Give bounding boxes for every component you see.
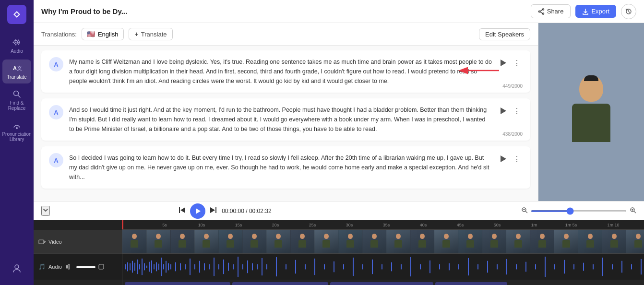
svg-rect-67 — [242, 264, 243, 270]
svg-rect-65 — [233, 264, 234, 270]
svg-rect-61 — [214, 258, 215, 276]
waveform-track — [122, 254, 644, 280]
subtitle-block-3[interactable]: So I decided I was going to learn how to… — [330, 282, 433, 285]
play-pause-button[interactable] — [190, 203, 205, 219]
sidebar-item-translate[interactable]: A 文 Translate — [2, 59, 31, 83]
svg-rect-44 — [151, 261, 152, 273]
topbar-actions: Share Export — [531, 4, 636, 19]
segment-play-2[interactable] — [498, 105, 509, 117]
share-label: Share — [547, 8, 564, 15]
sidebar-translate-label: Translate — [7, 74, 26, 80]
segment-content-1: My name is Cliff Weitzman and I love bei… — [69, 57, 492, 86]
svg-rect-97 — [506, 259, 507, 274]
sidebar-item-find[interactable]: Find & Replace — [2, 85, 31, 115]
svg-rect-102 — [554, 264, 555, 270]
sidebar-item-audio[interactable]: Audio — [2, 34, 31, 58]
svg-rect-35 — [130, 263, 131, 271]
subtitle-track: My name is Cliff Weitzman and I love bei… — [122, 280, 644, 285]
time-marker-1m: 1m — [531, 223, 537, 227]
film-frame — [194, 230, 218, 254]
segment-more-3[interactable]: ⋮ — [511, 153, 523, 165]
sidebar-item-pronunciation[interactable]: Pronunciation Library — [2, 117, 31, 146]
zoom-in-button[interactable] — [630, 207, 636, 215]
svg-rect-42 — [146, 266, 147, 268]
svg-line-25 — [634, 211, 636, 213]
sidebar-find-label: Find & Replace — [5, 100, 29, 111]
translate-label: Translate — [141, 31, 167, 38]
app-logo[interactable] — [7, 5, 26, 24]
history-button[interactable] — [621, 4, 636, 19]
segment-actions-2: ⋮ — [498, 105, 523, 117]
svg-rect-47 — [158, 264, 159, 270]
svg-rect-109 — [621, 261, 622, 273]
audio-volume-slider[interactable] — [76, 266, 95, 268]
film-frame — [554, 230, 578, 254]
skip-forward-button[interactable] — [209, 206, 218, 216]
export-button[interactable]: Export — [575, 5, 616, 18]
arrow-indicator — [458, 63, 501, 80]
svg-rect-111 — [641, 259, 642, 274]
segment-more-1[interactable]: ⋮ — [511, 57, 523, 69]
share-button[interactable]: Share — [531, 4, 571, 18]
transcript-panel: Translations: 🇺🇸 English + Translate Edi… — [34, 23, 538, 201]
svg-rect-45 — [154, 264, 155, 270]
timeline-content[interactable]: 5s 10s 15s 20s 25s 30s 35s 40s 45s 50s 1… — [122, 220, 644, 285]
subtitle-block-1[interactable]: My name is Cliff Weitzman and I love bei… — [125, 282, 230, 285]
language-selector[interactable]: 🇺🇸 English — [82, 28, 124, 40]
segment-content-3: So I decided I was going to learn how to… — [69, 153, 492, 182]
time-ruler: 5s 10s 15s 20s 25s 30s 35s 40s 45s 50s 1… — [122, 220, 644, 230]
svg-marker-16 — [501, 107, 506, 114]
segment-more-2[interactable]: ⋮ — [511, 105, 523, 117]
waveform-svg — [122, 254, 644, 280]
transport-controls: 00:00:00 / 00:02:32 — [178, 203, 271, 219]
svg-rect-105 — [583, 263, 584, 271]
film-frame — [146, 230, 170, 254]
svg-rect-68 — [247, 261, 248, 273]
svg-point-7 — [542, 9, 544, 10]
translate-button[interactable]: + Translate — [129, 28, 173, 40]
translation-toolbar: Translations: 🇺🇸 English + Translate Edi… — [34, 23, 538, 46]
speaker-avatar-1: A — [49, 57, 63, 71]
video-track-name: Video — [48, 239, 62, 245]
skip-back-button[interactable] — [178, 206, 186, 216]
person-head — [579, 75, 603, 102]
collapse-button[interactable] — [41, 206, 50, 216]
svg-rect-69 — [252, 263, 253, 271]
segment-play-3[interactable] — [498, 153, 509, 165]
svg-rect-82 — [362, 264, 363, 270]
svg-rect-33 — [125, 264, 126, 270]
main-area: Why I'm Proud to be Dy... Share Export — [34, 0, 644, 285]
timeline-tracks: Video 🎵 Audio — [34, 220, 644, 285]
svg-rect-99 — [525, 262, 526, 272]
svg-line-11 — [540, 12, 542, 13]
svg-rect-77 — [314, 259, 315, 275]
film-frame — [482, 230, 506, 254]
svg-rect-107 — [602, 258, 603, 276]
zoom-slider[interactable] — [531, 210, 627, 212]
svg-rect-58 — [199, 261, 200, 273]
film-frame — [602, 230, 626, 254]
svg-text:文: 文 — [17, 65, 22, 71]
subtitle-block-2[interactable]: And so I would time it just right. And a… — [232, 282, 328, 285]
sidebar-audio-label: Audio — [11, 48, 23, 54]
zoom-controls — [521, 207, 636, 215]
time-marker-50s: 50s — [494, 223, 501, 227]
playhead — [122, 220, 123, 229]
edit-speakers-button[interactable]: Edit Speakers — [479, 28, 530, 40]
svg-rect-55 — [185, 264, 186, 270]
sidebar-item-account[interactable] — [2, 260, 31, 278]
time-marker-15s: 15s — [235, 223, 242, 227]
svg-rect-81 — [353, 258, 354, 276]
time-marker-1m10s: 1m 10 — [607, 223, 619, 227]
time-marker-1m5s: 1m 5s — [565, 223, 577, 227]
svg-rect-100 — [535, 264, 536, 270]
subtitle-block-4[interactable]: And when he wasn't there,... — [435, 282, 507, 285]
svg-rect-79 — [334, 261, 334, 273]
track-labels: Video 🎵 Audio — [34, 220, 122, 285]
svg-rect-95 — [487, 261, 488, 273]
transcript-scroll[interactable]: A My name is Cliff Weitzman and I love b… — [34, 46, 538, 201]
plus-icon: + — [135, 30, 139, 38]
person-body — [572, 104, 610, 142]
zoom-out-button[interactable] — [521, 207, 528, 215]
svg-rect-34 — [127, 262, 128, 272]
